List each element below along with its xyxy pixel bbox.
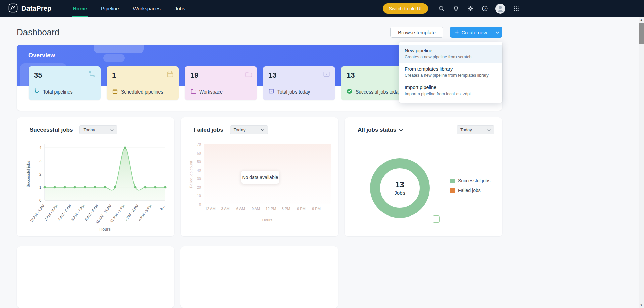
x-tick-label: 12 AM: [205, 207, 215, 211]
page-title: Dashboard: [17, 27, 59, 38]
y-tick-label: 0: [39, 198, 41, 202]
jobs-play-icon: [268, 88, 274, 96]
stat-label: Total pipelines: [43, 89, 73, 95]
page-scrollbar[interactable]: ▲ ▼: [639, 17, 644, 308]
data-point-dot: [54, 186, 56, 188]
apps-grid-icon[interactable]: [513, 5, 520, 12]
y-tick-label: 70: [197, 142, 201, 146]
select-value: Today: [460, 127, 472, 132]
page-header: Dashboard Browse template + Create new: [17, 23, 502, 41]
pipeline-icon: [88, 70, 96, 79]
stat-card-scheduled-pipelines[interactable]: 1 Scheduled pipelines: [107, 66, 179, 100]
stat-value: 13: [346, 71, 408, 80]
settings-gear-icon[interactable]: [467, 5, 474, 12]
y-axis-title: Failed job count: [189, 161, 193, 188]
data-point-dot: [144, 186, 147, 188]
search-icon[interactable]: [438, 5, 445, 12]
y-tick-label: 50: [197, 160, 201, 164]
x-tick-label: 6 ...: [159, 204, 166, 211]
dataprep-logo-icon: [8, 3, 18, 14]
x-tick-label: 9 PM: [312, 207, 321, 211]
user-avatar[interactable]: [495, 4, 505, 14]
y-tick-label: 2: [39, 172, 41, 176]
legend-label: Failed jobs: [458, 188, 481, 193]
donut-segment-successful-jobs[interactable]: [375, 163, 425, 213]
y-tick-label: 30: [197, 177, 201, 181]
data-point-dot: [74, 186, 76, 188]
donut-callout-line: [400, 219, 433, 219]
all-jobs-status-range-select[interactable]: Today: [457, 125, 494, 134]
x-tick-label: 3 AM: [221, 207, 230, 211]
stat-label: Total jobs today: [277, 89, 310, 95]
scrollbar-up-button[interactable]: ▲: [639, 17, 644, 23]
all-jobs-status-title-toggle[interactable]: All jobs status: [358, 127, 403, 133]
folder-icon: [245, 70, 252, 79]
failed-jobs-chart-area: 01020304050607012 AM3 AM6 AM9 AM12 PM3 P…: [181, 117, 338, 236]
all-jobs-status-panel: All jobs status Today 13 Jobs Successful…: [345, 117, 502, 236]
select-value: Today: [83, 127, 95, 132]
nav-pipeline[interactable]: Pipeline: [100, 0, 119, 17]
brand[interactable]: DataPrep: [8, 3, 51, 14]
plus-icon: +: [455, 29, 459, 35]
data-point-dot: [94, 186, 96, 188]
legend-item-failed-jobs[interactable]: Failed jobs: [450, 188, 490, 193]
y-tick-label: 1: [39, 185, 41, 189]
data-point-dot: [124, 147, 126, 149]
create-new-label: Create new: [461, 29, 487, 35]
overview-title: Overview: [28, 52, 55, 59]
data-point-dot: [164, 186, 167, 188]
donut-callout-box: ..: [433, 215, 440, 223]
x-tick-label: 4 AM - 5 AM: [57, 204, 72, 221]
stat-label: Workspace: [199, 89, 223, 95]
y-tick-label: 40: [197, 168, 201, 172]
pipeline-icon: [34, 88, 40, 96]
nav-workspaces[interactable]: Workspaces: [132, 0, 161, 17]
y-tick-label: 4: [39, 146, 41, 150]
topbar-actions: Switch to old UI ?: [383, 3, 520, 14]
scrollbar-down-button[interactable]: ▼: [639, 302, 644, 308]
create-new-caret-button[interactable]: [492, 27, 502, 38]
menu-item-import-pipeline[interactable]: Import pipeline Import a pipeline from l…: [399, 81, 502, 100]
jobs-status-donut-chart: [366, 155, 433, 222]
calendar-icon: [166, 70, 174, 79]
menu-item-from-templates-library[interactable]: From templates library Creates a new pip…: [399, 63, 502, 81]
scrollbar-thumb[interactable]: [639, 23, 644, 44]
chart-legend: Successful jobs Failed jobs: [450, 178, 490, 193]
help-icon[interactable]: ?: [481, 5, 488, 12]
x-tick-label: 6 AM - 7 AM: [70, 204, 86, 221]
notifications-bell-icon[interactable]: [452, 5, 460, 12]
successful-jobs-range-select[interactable]: Today: [79, 125, 117, 134]
x-tick-label: 12 AM - 1 AM: [29, 204, 45, 223]
x-axis-title: Hours: [99, 227, 110, 232]
nav-jobs[interactable]: Jobs: [174, 0, 186, 17]
stat-card-total-pipelines[interactable]: 35 Total pipelines: [29, 66, 101, 100]
stat-card-total-jobs-today[interactable]: 13 Total jobs today: [263, 66, 335, 100]
browse-template-button[interactable]: Browse template: [390, 27, 443, 38]
y-tick-label: 60: [197, 151, 201, 155]
stat-value: 19: [190, 71, 252, 80]
panel-title: All jobs status: [358, 127, 396, 133]
stat-card-workspace[interactable]: 19 Workspace: [185, 66, 257, 100]
x-tick-label: 6 AM: [236, 207, 245, 211]
menu-item-title: From templates library: [405, 66, 497, 72]
partial-panel: [17, 246, 174, 308]
x-tick-label: 9 AM: [252, 207, 260, 211]
x-tick-label: 8 AM - 9 AM: [84, 204, 99, 221]
banner-decoration: [103, 54, 125, 62]
menu-item-title: New pipeline: [405, 48, 497, 53]
y-tick-label: 10: [197, 194, 201, 198]
nav-home[interactable]: Home: [72, 0, 88, 17]
legend-item-successful-jobs[interactable]: Successful jobs: [450, 178, 490, 183]
x-tick-label: 12 PM: [266, 207, 276, 211]
create-new-button[interactable]: + Create new: [450, 27, 502, 38]
y-tick-label: 0: [199, 202, 201, 206]
menu-item-new-pipeline[interactable]: New pipeline Creates a new pipeline from…: [399, 45, 502, 63]
chevron-down-icon: [399, 129, 403, 131]
x-tick-label: 4 PM - 5 PM: [137, 204, 152, 222]
stat-value: 35: [34, 71, 95, 80]
main-nav: Home Pipeline Workspaces Jobs: [72, 0, 186, 17]
chevron-down-icon: [110, 129, 114, 131]
x-tick-label: 3 PM: [282, 207, 290, 211]
switch-to-old-ui-button[interactable]: Switch to old UI: [383, 3, 428, 14]
chevron-down-icon: [496, 31, 499, 34]
